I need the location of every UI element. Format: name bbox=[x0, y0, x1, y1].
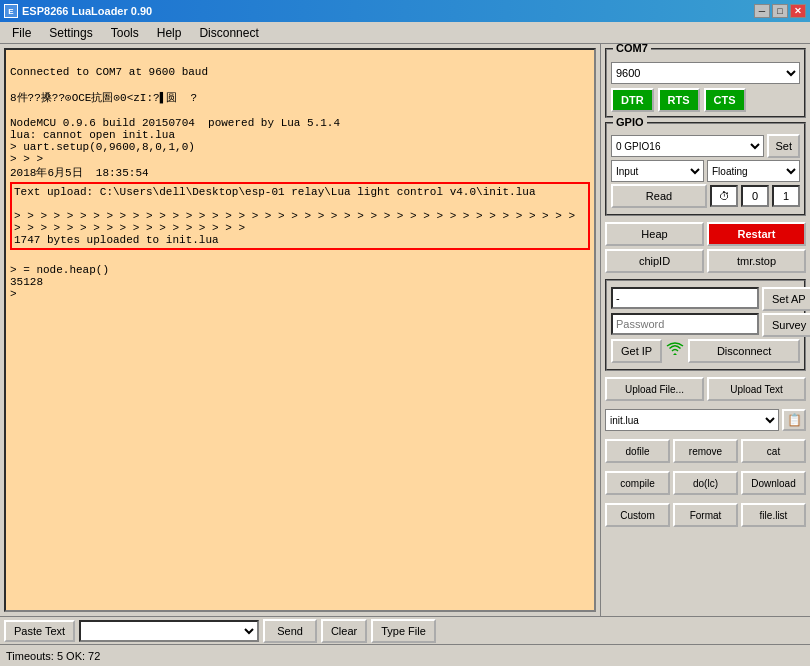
rts-button[interactable]: RTS bbox=[658, 88, 700, 112]
gpio-set-button[interactable]: Set bbox=[767, 134, 800, 158]
gpio-float-select[interactable]: Floating Pullup Pulldown bbox=[707, 160, 800, 182]
chipid-button[interactable]: chipID bbox=[605, 249, 704, 273]
remove-button[interactable]: remove bbox=[673, 439, 738, 463]
compile-button[interactable]: compile bbox=[605, 471, 670, 495]
get-ip-button[interactable]: Get IP bbox=[611, 339, 662, 363]
tmrstop-button[interactable]: tmr.stop bbox=[707, 249, 806, 273]
dolc-button[interactable]: do(lc) bbox=[673, 471, 738, 495]
set-ap-button[interactable]: Set AP bbox=[762, 287, 810, 311]
right-panel: COM7 9600 19200 38400 57600 115200 DTR R… bbox=[600, 44, 810, 616]
upload-file-button[interactable]: Upload File... bbox=[605, 377, 704, 401]
ap-name-input[interactable] bbox=[611, 287, 759, 309]
upload-text-button[interactable]: Upload Text bbox=[707, 377, 806, 401]
title-bar: E ESP8266 LuaLoader 0.90 ─ □ ✕ bbox=[0, 0, 810, 22]
cat-button[interactable]: cat bbox=[741, 439, 806, 463]
maximize-button[interactable]: □ bbox=[772, 4, 788, 18]
password-input[interactable] bbox=[611, 313, 759, 335]
send-button[interactable]: Send bbox=[263, 619, 317, 643]
gpio-title: GPIO bbox=[613, 116, 647, 128]
status-bar: Timeouts: 5 OK: 72 bbox=[0, 644, 810, 666]
gpio-mode-select[interactable]: Input Output InputPullup bbox=[611, 160, 704, 182]
wifi-icon bbox=[665, 339, 685, 359]
restart-button[interactable]: Restart bbox=[707, 222, 806, 246]
com-section: COM7 9600 19200 38400 57600 115200 DTR R… bbox=[605, 48, 806, 118]
file-actions-row3: Custom Format file.list bbox=[605, 503, 806, 527]
main-content: Connected to COM7 at 9600 baud 8件??搡??⊙O… bbox=[0, 44, 810, 616]
paste-text-button[interactable]: Paste Text bbox=[4, 620, 75, 642]
download-button[interactable]: Download bbox=[741, 471, 806, 495]
minimize-button[interactable]: ─ bbox=[754, 4, 770, 18]
bottom-bar: Paste Text Send Clear Type File bbox=[0, 616, 810, 644]
gpio-read-button[interactable]: Read bbox=[611, 184, 707, 208]
app-icon: E bbox=[4, 4, 18, 18]
status-text: Timeouts: 5 OK: 72 bbox=[6, 650, 100, 662]
upload-buttons: Upload File... Upload Text bbox=[605, 377, 806, 401]
network-section: Set AP Survey Get IP Disconnect bbox=[605, 279, 806, 371]
gpio-value-0: 0 bbox=[741, 185, 769, 207]
file-name-select[interactable]: init.lua user.lua test.lua bbox=[605, 409, 779, 431]
terminal-output[interactable]: Connected to COM7 at 9600 baud 8件??搡??⊙O… bbox=[4, 48, 596, 612]
file-actions-row2: compile do(lc) Download bbox=[605, 471, 806, 495]
terminal-text-after: > = node.heap() 35128 > bbox=[10, 264, 109, 300]
gpio-section: GPIO 0 GPIO16 1 GPIO5 2 GPIO4 Set Input … bbox=[605, 122, 806, 216]
terminal-upload-section: Text upload: C:\Users\dell\Desktop\esp-0… bbox=[10, 182, 590, 250]
disconnect-button[interactable]: Disconnect bbox=[688, 339, 800, 363]
com-title: COM7 bbox=[613, 44, 651, 54]
format-button[interactable]: Format bbox=[673, 503, 738, 527]
dtr-button[interactable]: DTR bbox=[611, 88, 654, 112]
menu-help[interactable]: Help bbox=[149, 24, 190, 42]
heap-button[interactable]: Heap bbox=[605, 222, 704, 246]
cts-button[interactable]: CTS bbox=[704, 88, 746, 112]
terminal-area: Connected to COM7 at 9600 baud 8件??搡??⊙O… bbox=[0, 44, 600, 616]
survey-button[interactable]: Survey bbox=[762, 313, 810, 337]
menu-bar: File Settings Tools Help Disconnect bbox=[0, 22, 810, 44]
controls-section: Heap Restart chipID tmr.stop bbox=[605, 222, 806, 273]
close-button[interactable]: ✕ bbox=[790, 4, 806, 18]
gpio-pin-select[interactable]: 0 GPIO16 1 GPIO5 2 GPIO4 bbox=[611, 135, 764, 157]
menu-settings[interactable]: Settings bbox=[41, 24, 100, 42]
gpio-value-1: 1 bbox=[772, 185, 800, 207]
filelist-button[interactable]: file.list bbox=[741, 503, 806, 527]
custom-button[interactable]: Custom bbox=[605, 503, 670, 527]
terminal-text-before: Connected to COM7 at 9600 baud 8件??搡??⊙O… bbox=[10, 66, 340, 179]
menu-file[interactable]: File bbox=[4, 24, 39, 42]
app-title: ESP8266 LuaLoader 0.90 bbox=[22, 5, 152, 17]
type-file-button[interactable]: Type File bbox=[371, 619, 436, 643]
baud-rate-select[interactable]: 9600 19200 38400 57600 115200 bbox=[611, 62, 800, 84]
paste-dropdown[interactable] bbox=[79, 620, 259, 642]
clear-button[interactable]: Clear bbox=[321, 619, 367, 643]
file-browse-button[interactable]: 📋 bbox=[782, 409, 806, 431]
dofile-button[interactable]: dofile bbox=[605, 439, 670, 463]
file-select-row: init.lua user.lua test.lua 📋 bbox=[605, 409, 806, 431]
menu-tools[interactable]: Tools bbox=[103, 24, 147, 42]
file-actions-row1: dofile remove cat bbox=[605, 439, 806, 463]
menu-disconnect[interactable]: Disconnect bbox=[191, 24, 266, 42]
timer-icon: ⏱ bbox=[710, 185, 738, 207]
